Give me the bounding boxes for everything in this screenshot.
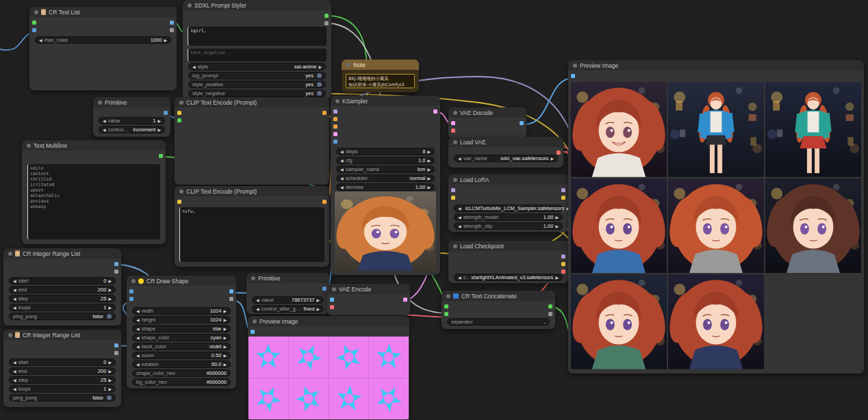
increment-arrow[interactable]: ▶ — [223, 318, 227, 322]
input-slot-string[interactable] — [32, 21, 36, 25]
collapse-dot[interactable] — [453, 140, 457, 144]
widget-ping_pong[interactable]: ping_pongfalse — [9, 394, 116, 402]
node-clip-text-encode-1[interactable]: CLIP Text Encode (Prompt) — [175, 97, 329, 185]
increment-arrow[interactable]: ▶ — [157, 119, 161, 123]
output-slot-misc[interactable] — [324, 21, 329, 25]
collapse-dot[interactable] — [453, 111, 457, 115]
collapse-dot[interactable] — [346, 63, 350, 67]
node-preview-image-main[interactable]: Preview Image — [568, 60, 864, 373]
decrement-arrow[interactable]: ◀ — [136, 363, 140, 367]
output-slot-misc[interactable] — [170, 28, 174, 32]
node-primitive-2[interactable]: Primitive ◀value78673737▶◀control_after_… — [246, 273, 329, 314]
widget-bg_color_hex[interactable]: bg_color_hex#000000 — [132, 378, 231, 386]
increment-arrow[interactable]: ▶ — [223, 336, 227, 340]
output-slot-string[interactable] — [548, 304, 552, 309]
node-clip-text-encode-2[interactable]: CLIP Text Encode (Prompt) nsfw, — [175, 186, 329, 267]
output-slot-vae[interactable] — [561, 270, 565, 274]
node-title-bar[interactable]: CR Text List — [29, 7, 177, 17]
node-load-lora[interactable]: Load LoRA ◀lora_namelcLCMTurboMix_LCM_Sa… — [448, 174, 568, 232]
increment-arrow[interactable]: ▶ — [223, 363, 227, 367]
input-slot-image[interactable] — [571, 74, 575, 78]
decrement-arrow[interactable]: ◀ — [340, 185, 344, 189]
widget-shape_color[interactable]: ◀shape_colorcyan▶ — [132, 334, 231, 341]
widget-value[interactable]: ◀value1▶ — [99, 117, 165, 124]
toggle-knob[interactable] — [317, 73, 322, 78]
collapse-dot[interactable] — [573, 64, 577, 68]
collapse-dot[interactable] — [179, 189, 183, 194]
input-slot-int[interactable] — [32, 28, 36, 32]
decrement-arrow[interactable]: ◀ — [340, 150, 344, 154]
collapse-dot[interactable] — [188, 3, 192, 8]
node-title-bar[interactable]: CR Integer Range List — [3, 330, 121, 340]
decrement-arrow[interactable]: ◀ — [340, 168, 344, 172]
collapse-dot[interactable] — [27, 144, 31, 148]
node-cr-integer-range-list-1[interactable]: CR Integer Range List ◀start0▶◀end200▶◀s… — [3, 248, 121, 326]
node-title-bar[interactable]: Load VAE — [448, 137, 563, 147]
widget-start[interactable]: ◀start0▶ — [9, 277, 116, 285]
toggle-knob[interactable] — [107, 395, 112, 400]
widget-end[interactable]: ◀end200▶ — [9, 286, 116, 293]
increment-arrow[interactable]: ▶ — [223, 345, 227, 349]
graph-canvas[interactable]: CR Text List ◀max_rows1000▶ SDXL Prompt … — [0, 0, 868, 420]
output-slot-model[interactable] — [561, 188, 565, 192]
node-title-bar[interactable]: CR Text Concatenate — [442, 291, 555, 301]
decrement-arrow[interactable]: ◀ — [13, 360, 16, 365]
node-primitive-1[interactable]: Primitive ◀value1▶◀control_after_generat… — [93, 97, 170, 137]
collapse-dot[interactable] — [253, 319, 257, 324]
decrement-arrow[interactable]: ◀ — [458, 224, 461, 228]
node-load-vae[interactable]: Load VAE ◀vae_namesdxl_vae.safetensors▶ — [448, 137, 563, 168]
widget-ping_pong[interactable]: ping_pongfalse — [9, 313, 116, 320]
collapse-dot[interactable] — [251, 276, 255, 280]
decrement-arrow[interactable]: ◀ — [13, 306, 16, 310]
output-slot-conditioning[interactable] — [322, 200, 327, 204]
widget-zoom[interactable]: ◀zoom0.50▶ — [132, 352, 231, 359]
collapse-dot[interactable] — [34, 10, 38, 14]
increment-arrow[interactable]: ▶ — [108, 369, 112, 373]
collapse-dot[interactable] — [179, 101, 183, 105]
increment-arrow[interactable]: ▶ — [427, 159, 431, 163]
input-slot-int[interactable] — [129, 297, 133, 301]
text-positive-field[interactable]: 1girl, — [188, 27, 327, 46]
widget-step[interactable]: ◀step25▶ — [9, 295, 116, 302]
decrement-arrow[interactable]: ◀ — [13, 288, 16, 292]
decrement-arrow[interactable]: ◀ — [103, 128, 106, 132]
output-slot-int[interactable] — [164, 111, 168, 115]
collapse-dot[interactable] — [453, 178, 457, 182]
toggle-knob[interactable] — [317, 91, 322, 96]
widget-ckpt_name[interactable]: ◀ckpt_namestarlightXLAnimated_v3.safeten… — [454, 274, 563, 281]
increment-arrow[interactable]: ▶ — [108, 297, 112, 301]
toggle-knob[interactable] — [317, 82, 322, 87]
output-slot-latent[interactable] — [403, 298, 407, 302]
input-slot-string[interactable] — [444, 312, 448, 316]
input-slot-string[interactable] — [177, 118, 181, 122]
input-slot-conditioning[interactable] — [333, 117, 337, 121]
collapse-dot[interactable] — [131, 279, 136, 283]
increment-arrow[interactable]: ▶ — [108, 288, 112, 292]
node-preview-image-stars[interactable]: Preview Image — [248, 316, 409, 420]
node-text-multiline[interactable]: Text Multiline smile content thrilled ir… — [22, 140, 166, 244]
decrement-arrow[interactable]: ◀ — [13, 387, 16, 391]
negative-prompt-field[interactable]: nsfw, — [179, 207, 324, 262]
output-slot-clip[interactable] — [561, 196, 565, 200]
widget-loops[interactable]: ◀loops1▶ — [9, 385, 116, 393]
input-slot-image[interactable] — [251, 330, 255, 334]
input-slot-clip[interactable] — [177, 111, 181, 115]
input-slot-latent[interactable] — [333, 132, 337, 136]
node-title-bar[interactable]: CR Integer Range List — [3, 248, 121, 259]
decrement-arrow[interactable]: ◀ — [340, 176, 344, 181]
node-cr-draw-shape[interactable]: CR Draw Shape ◀width1024▶◀height1024▶◀sh… — [127, 276, 236, 389]
node-title-bar[interactable]: SDXL Prompt Styler — [183, 0, 331, 10]
node-sdxl-prompt-styler[interactable]: SDXL Prompt Styler 1girl, text_negative … — [183, 0, 331, 99]
node-title-bar[interactable]: CR Draw Shape — [127, 276, 236, 286]
output-slot-misc[interactable] — [548, 312, 552, 316]
increment-arrow[interactable]: ▶ — [108, 360, 112, 365]
node-title-bar[interactable]: Preview Image — [568, 60, 864, 70]
widget-denoise[interactable]: ◀denoise1.00▶ — [336, 183, 435, 191]
input-slot-image[interactable] — [330, 298, 334, 302]
output-slot-int[interactable] — [322, 287, 327, 291]
node-title-bar[interactable]: Load Checkpoint — [448, 241, 568, 251]
input-slot-clip[interactable] — [177, 200, 181, 204]
toggle-knob[interactable] — [107, 314, 112, 319]
widget-strength_model[interactable]: ◀strength_model1.00▶ — [454, 213, 563, 221]
input-slot-int[interactable] — [333, 140, 337, 144]
